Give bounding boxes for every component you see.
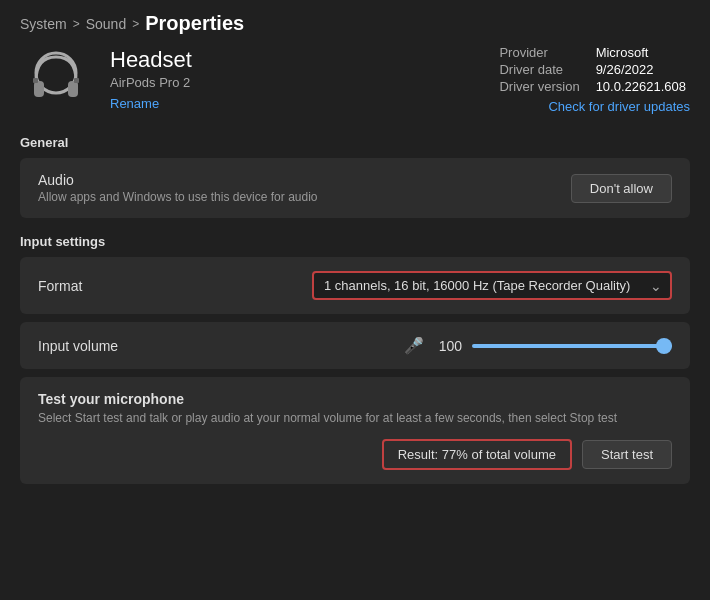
driver-info: Provider Microsoft Driver date 9/26/2022… xyxy=(495,44,690,114)
breadcrumb-system[interactable]: System xyxy=(20,16,67,32)
audio-desc: Allow apps and Windows to use this devic… xyxy=(38,190,318,204)
format-select-wrapper[interactable]: 1 channels, 16 bit, 16000 Hz (Tape Recor… xyxy=(312,271,672,300)
volume-controls: 🎤 100 xyxy=(404,336,672,355)
breadcrumb-sound[interactable]: Sound xyxy=(86,16,126,32)
volume-label: Input volume xyxy=(38,338,118,354)
format-row: Format 1 channels, 16 bit, 16000 Hz (Tap… xyxy=(20,257,690,314)
driver-version-label: Driver version xyxy=(495,78,591,95)
driver-version-value: 10.0.22621.608 xyxy=(592,78,690,95)
volume-row: Input volume 🎤 100 xyxy=(20,322,690,369)
mic-icon: 🎤 xyxy=(404,336,424,355)
breadcrumb-sep1: > xyxy=(73,17,80,31)
format-label: Format xyxy=(38,278,82,294)
test-desc: Select Start test and talk or play audio… xyxy=(38,411,672,425)
driver-date-label: Driver date xyxy=(495,61,591,78)
device-name: Headset xyxy=(110,47,192,73)
device-icon xyxy=(20,43,92,115)
test-result: Result: 77% of total volume xyxy=(382,439,572,470)
svg-rect-4 xyxy=(74,78,79,83)
audio-label: Audio xyxy=(38,172,318,188)
input-settings-section: Input settings Format 1 channels, 16 bit… xyxy=(20,234,690,369)
rename-link[interactable]: Rename xyxy=(110,96,192,111)
provider-value: Microsoft xyxy=(592,44,690,61)
driver-date-value: 9/26/2022 xyxy=(592,61,690,78)
driver-updates-link[interactable]: Check for driver updates xyxy=(495,99,690,114)
breadcrumb-current: Properties xyxy=(145,12,244,35)
audio-label-group: Audio Allow apps and Windows to use this… xyxy=(38,172,318,204)
provider-label: Provider xyxy=(495,44,591,61)
audio-card: Audio Allow apps and Windows to use this… xyxy=(20,158,690,218)
input-settings-title: Input settings xyxy=(20,234,690,249)
breadcrumb: System > Sound > Properties xyxy=(0,0,710,43)
svg-rect-2 xyxy=(68,81,78,97)
test-section: Test your microphone Select Start test a… xyxy=(20,377,690,484)
start-test-button[interactable]: Start test xyxy=(582,440,672,469)
volume-slider[interactable] xyxy=(472,344,672,348)
dont-allow-button[interactable]: Don't allow xyxy=(571,174,672,203)
audio-row: Audio Allow apps and Windows to use this… xyxy=(38,172,672,204)
svg-rect-1 xyxy=(34,81,44,97)
breadcrumb-sep2: > xyxy=(132,17,139,31)
volume-number: 100 xyxy=(434,338,462,354)
device-info: Headset AirPods Pro 2 Rename xyxy=(20,43,192,115)
test-bottom-row: Result: 77% of total volume Start test xyxy=(38,439,672,470)
format-select[interactable]: 1 channels, 16 bit, 16000 Hz (Tape Recor… xyxy=(312,271,672,300)
svg-rect-3 xyxy=(33,78,38,83)
device-text: Headset AirPods Pro 2 Rename xyxy=(110,47,192,111)
device-header: Headset AirPods Pro 2 Rename Provider Mi… xyxy=(20,43,690,115)
general-section-title: General xyxy=(20,135,690,150)
device-model: AirPods Pro 2 xyxy=(110,75,192,90)
test-title: Test your microphone xyxy=(38,391,672,407)
